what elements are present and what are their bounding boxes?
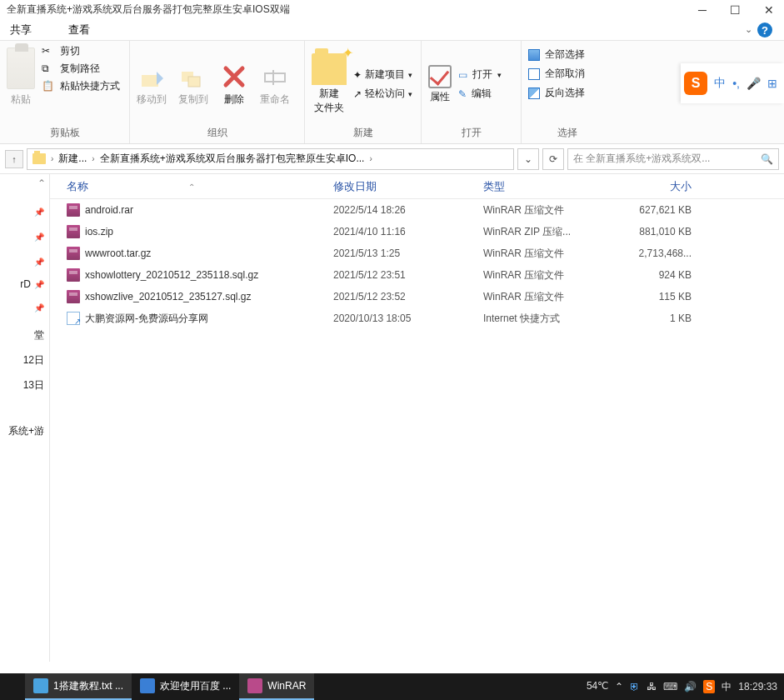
file-row[interactable]: ios.zip2021/4/10 11:16WinRAR ZIP 压缩...88… bbox=[50, 221, 784, 242]
taskbar-item[interactable]: 1搭建教程.txt ... bbox=[25, 673, 132, 700]
nav-up-button[interactable]: ↑ bbox=[5, 150, 23, 168]
file-name: xshowzlive_20210512_235127.sql.gz bbox=[85, 291, 251, 302]
file-date: 2021/5/12 23:51 bbox=[333, 269, 483, 281]
ime-mic-icon[interactable]: 🎤 bbox=[743, 77, 764, 90]
sidebar-item[interactable]: 📌 bbox=[34, 232, 44, 242]
file-row[interactable]: android.rar2022/5/14 18:26WinRAR 压缩文件627… bbox=[50, 199, 784, 221]
search-input[interactable]: 在 全新直播系统+游戏系统双... 🔍 bbox=[567, 148, 779, 170]
help-icon[interactable]: ? bbox=[757, 22, 772, 38]
paste-button: 粘贴 bbox=[7, 44, 35, 107]
close-button[interactable]: ✕ bbox=[761, 3, 777, 17]
pin-icon: 📌 bbox=[34, 303, 44, 312]
crumb-sep-icon[interactable]: › bbox=[92, 154, 94, 163]
move-to-button: 移动到 bbox=[137, 62, 167, 107]
clipboard-icon bbox=[7, 48, 35, 89]
select-none-button[interactable]: 全部取消 bbox=[528, 67, 585, 81]
refresh-button[interactable]: ⟳ bbox=[542, 148, 564, 170]
tab-share[interactable]: 共享 bbox=[10, 22, 32, 38]
breadcrumb[interactable]: › 新建... › 全新直播系统+游戏系统双后台服务器打包完整原生安卓IO...… bbox=[27, 148, 514, 170]
search-icon[interactable]: 🔍 bbox=[761, 153, 773, 165]
tray-keyboard-icon[interactable]: ⌨ bbox=[663, 681, 677, 692]
pin-icon: 📌 bbox=[34, 280, 44, 289]
file-type: WinRAR 压缩文件 bbox=[483, 290, 608, 304]
sidebar-item[interactable]: 📌 bbox=[34, 303, 44, 312]
file-date: 2022/5/14 18:26 bbox=[333, 204, 483, 216]
cut-button[interactable]: ✂剪切 bbox=[42, 44, 120, 58]
delete-button[interactable]: 删除 bbox=[220, 62, 248, 107]
taskbar-app-icon bbox=[247, 678, 262, 693]
search-placeholder: 在 全新直播系统+游戏系统双... bbox=[573, 152, 710, 166]
newitem-icon: ✦ bbox=[353, 69, 362, 81]
ribbon-chevron-icon[interactable]: ⌄ bbox=[745, 24, 752, 35]
file-icon bbox=[67, 247, 80, 260]
ime-more-icon[interactable]: ⊞ bbox=[764, 77, 781, 90]
navigation-pane[interactable]: ⌃ 📌 📌 📌 rD📌 📌 堂 12日 13日 系统+游 bbox=[0, 174, 50, 662]
column-type[interactable]: 类型 bbox=[483, 179, 608, 194]
file-type: WinRAR 压缩文件 bbox=[483, 268, 608, 282]
crumb-sep-icon[interactable]: › bbox=[51, 154, 53, 163]
selectall-icon bbox=[528, 49, 540, 61]
sidebar-item[interactable]: 📌 bbox=[34, 208, 44, 217]
easy-access-button[interactable]: ↗轻松访问 ▾ bbox=[353, 87, 412, 101]
selectnone-icon bbox=[528, 68, 540, 80]
tray-network-icon[interactable]: 🖧 bbox=[647, 681, 657, 692]
copyto-icon bbox=[179, 62, 207, 91]
edit-button[interactable]: ✎编辑 bbox=[458, 87, 502, 101]
invert-selection-button[interactable]: 反向选择 bbox=[528, 86, 585, 100]
properties-button[interactable]: 属性 bbox=[428, 65, 452, 104]
temperature-indicator[interactable]: 54℃ bbox=[587, 681, 608, 692]
moveto-icon bbox=[137, 62, 166, 91]
new-item-button[interactable]: ✦新建项目 ▾ bbox=[353, 68, 412, 82]
taskbar-app-icon bbox=[33, 678, 48, 693]
tab-view[interactable]: 查看 bbox=[68, 22, 90, 38]
file-row[interactable]: xshowlottery_20210512_235118.sql.gz2021/… bbox=[50, 264, 784, 286]
crumb-2[interactable]: 全新直播系统+游戏系统双后台服务器打包完整原生安卓IO... bbox=[100, 152, 365, 166]
column-size[interactable]: 大小 bbox=[608, 179, 692, 194]
file-row[interactable]: 大鹏资源网-免费源码分享网2020/10/13 18:05Internet 快捷… bbox=[50, 308, 784, 329]
history-dropdown-button[interactable]: ⌄ bbox=[517, 148, 539, 170]
tray-volume-icon[interactable]: 🔊 bbox=[684, 681, 697, 692]
ribbon-group-clipboard: 粘贴 ✂剪切 ⧉复制路径 📋粘贴快捷方式 剪贴板 bbox=[0, 41, 130, 143]
sidebar-item[interactable]: 堂 bbox=[34, 328, 44, 342]
ime-comma-icon[interactable]: •, bbox=[729, 77, 743, 90]
scroll-up-icon[interactable]: ⌃ bbox=[37, 178, 46, 189]
sogou-icon[interactable]: S bbox=[684, 72, 707, 95]
file-type: WinRAR 压缩文件 bbox=[483, 247, 608, 261]
taskbar-item[interactable]: 欢迎使用百度 ... bbox=[132, 673, 239, 700]
svg-rect-3 bbox=[265, 73, 285, 82]
sidebar-item[interactable]: 13日 bbox=[23, 378, 44, 392]
sidebar-item[interactable]: 📌 bbox=[34, 258, 44, 267]
ime-toolbar[interactable]: S 中 •, 🎤 ⊞ bbox=[681, 63, 784, 103]
ime-zhong[interactable]: 中 bbox=[711, 76, 729, 91]
sidebar-item[interactable]: rD📌 bbox=[20, 278, 44, 290]
sidebar-item[interactable]: 系统+游 bbox=[8, 424, 44, 438]
select-all-button[interactable]: 全部选择 bbox=[528, 48, 585, 62]
column-name[interactable]: 名称⌃ bbox=[67, 179, 333, 194]
tray-ime-icon[interactable]: S bbox=[703, 680, 715, 693]
tray-clock[interactable]: 18:29:33 bbox=[738, 681, 777, 692]
column-date[interactable]: 修改日期 bbox=[333, 179, 483, 194]
pin-icon: 📌 bbox=[34, 208, 44, 217]
edit-icon: ✎ bbox=[458, 88, 467, 100]
tray-lang-icon[interactable]: 中 bbox=[722, 680, 732, 694]
taskbar-item[interactable]: WinRAR bbox=[239, 673, 314, 700]
sidebar-item[interactable]: 12日 bbox=[23, 353, 44, 368]
new-folder-button[interactable]: 新建 文件夹 bbox=[312, 53, 347, 115]
tray-shield-icon[interactable]: ⛨ bbox=[630, 681, 640, 692]
crumb-sep-icon[interactable]: › bbox=[369, 154, 372, 163]
open-button[interactable]: ▭打开 ▾ bbox=[458, 68, 502, 82]
ribbon-group-new: 新建 文件夹 ✦新建项目 ▾ ↗轻松访问 ▾ 新建 bbox=[305, 41, 422, 143]
file-row[interactable]: xshowzlive_20210512_235127.sql.gz2021/5/… bbox=[50, 286, 784, 308]
tray-chevron-icon[interactable]: ⌃ bbox=[615, 681, 623, 692]
system-tray: 54℃ ⌃ ⛨ 🖧 ⌨ 🔊 S 中 18:29:33 bbox=[587, 680, 784, 694]
paste-shortcut-button[interactable]: 📋粘贴快捷方式 bbox=[42, 79, 120, 93]
crumb-1[interactable]: 新建... bbox=[58, 152, 87, 166]
group-label-clipboard: 剪贴板 bbox=[7, 124, 122, 142]
copy-path-button[interactable]: ⧉复制路径 bbox=[42, 62, 120, 76]
minimize-button[interactable]: ─ bbox=[695, 3, 710, 17]
paste-label: 粘贴 bbox=[11, 92, 31, 107]
file-row[interactable]: wwwroot.tar.gz2021/5/13 1:25WinRAR 压缩文件2… bbox=[50, 242, 784, 264]
file-icon bbox=[67, 290, 80, 303]
taskbar: 1搭建教程.txt ... 欢迎使用百度 ... WinRAR 54℃ ⌃ ⛨ … bbox=[0, 673, 784, 700]
maximize-button[interactable]: ☐ bbox=[727, 3, 744, 17]
